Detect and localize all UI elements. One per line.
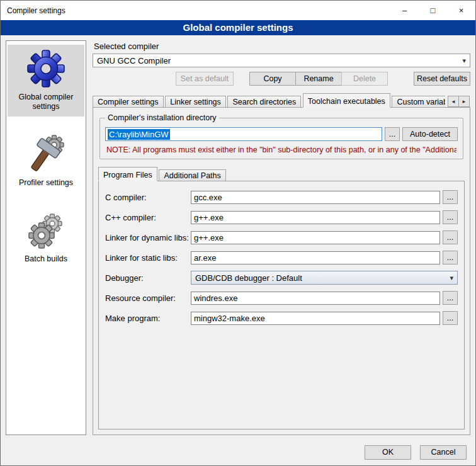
page-title: Global compiler settings: [1, 20, 475, 35]
tab-toolchain-executables[interactable]: Toolchain executables: [303, 93, 390, 108]
debugger-label: Debugger:: [105, 273, 191, 283]
maximize-button[interactable]: □: [419, 1, 447, 20]
ok-button[interactable]: OK: [365, 445, 411, 460]
subtab-program-files[interactable]: Program Files: [98, 167, 157, 181]
installation-directory-value: C:\raylib\MinGW: [108, 129, 170, 140]
titlebar: Compiler settings – □ ×: [1, 1, 475, 20]
sidebar-item-profiler-settings[interactable]: Profiler settings: [8, 130, 84, 193]
tab-custom-variables[interactable]: Custom variables: [392, 96, 445, 108]
reset-defaults-button[interactable]: Reset defaults: [414, 72, 470, 86]
copy-button[interactable]: Copy: [249, 72, 296, 86]
chevron-down-icon: ▾: [450, 274, 453, 282]
installation-directory-group: Compiler's installation directory C:\ray…: [99, 118, 463, 159]
debugger-value: GDB/CDB debugger : Default: [195, 273, 302, 283]
cancel-button[interactable]: Cancel: [420, 445, 467, 460]
tab-search-directories[interactable]: Search directories: [227, 96, 301, 108]
tab-scroll-left-icon[interactable]: ◄: [448, 96, 459, 107]
batch-gears-icon: [26, 210, 66, 251]
dynamic-linker-browse-button[interactable]: ...: [443, 230, 458, 244]
field-row-debugger: Debugger: GDB/CDB debugger : Default ▾: [105, 271, 458, 285]
installation-note: NOTE: All programs must exist either in …: [106, 145, 456, 154]
close-button[interactable]: ×: [447, 1, 475, 20]
make-program-label: Make program:: [105, 314, 191, 323]
static-linker-browse-button[interactable]: ...: [443, 251, 458, 264]
field-row-make-program: Make program: ...: [105, 311, 458, 325]
debugger-dropdown[interactable]: GDB/CDB debugger : Default ▾: [191, 271, 458, 285]
main-area: Global compiler settings: [1, 35, 475, 439]
resource-compiler-browse-button[interactable]: ...: [443, 291, 458, 305]
installation-directory-input[interactable]: C:\raylib\MinGW: [105, 127, 382, 141]
compiler-settings-window: Compiler settings – □ × Global compiler …: [0, 0, 476, 466]
cpp-compiler-input[interactable]: [191, 211, 440, 224]
program-files-tabstrip: Program Files Additional Paths: [98, 167, 465, 181]
make-program-browse-button[interactable]: ...: [443, 311, 458, 325]
field-row-resource-compiler: Resource compiler: ...: [105, 291, 458, 305]
tab-scroll-right-icon[interactable]: ►: [458, 96, 470, 107]
installation-directory-title: Compiler's installation directory: [105, 113, 219, 122]
program-files-panel: C compiler: ... C++ compiler: ...: [98, 181, 465, 429]
sidebar-item-batch-builds[interactable]: Batch builds: [8, 207, 84, 269]
dynamic-linker-label: Linker for dynamic libs:: [105, 233, 191, 242]
field-row-cpp-compiler: C++ compiler: ...: [105, 210, 458, 224]
field-row-dynamic-linker: Linker for dynamic libs: ...: [105, 230, 458, 244]
sidebar-item-label: Profiler settings: [19, 178, 73, 187]
settings-tabstrip: Compiler settings Linker settings Search…: [93, 93, 470, 108]
rename-button[interactable]: Rename: [295, 72, 342, 86]
c-compiler-label: C compiler:: [105, 193, 191, 202]
delete-button: Delete: [341, 72, 388, 86]
c-compiler-browse-button[interactable]: ...: [443, 190, 458, 204]
toolchain-executables-panel: Compiler's installation directory C:\ray…: [93, 107, 470, 435]
sidebar-item-label: Batch builds: [25, 254, 67, 263]
compiler-actions: Set as default Copy Rename Delete Reset …: [93, 72, 470, 86]
dynamic-linker-input[interactable]: [191, 231, 440, 244]
selected-compiler-dropdown[interactable]: GNU GCC Compiler ▾: [93, 54, 470, 67]
field-row-static-linker: Linker for static libs: ...: [105, 251, 458, 264]
gear-blue-icon: [26, 48, 66, 89]
browse-directory-button[interactable]: ...: [385, 127, 400, 141]
tab-compiler-settings[interactable]: Compiler settings: [93, 96, 164, 108]
tab-linker-settings[interactable]: Linker settings: [165, 96, 226, 108]
selected-compiler-value: GNU GCC Compiler: [97, 56, 171, 65]
sidebar-item-global-compiler-settings[interactable]: Global compiler settings: [8, 45, 84, 116]
make-program-input[interactable]: [191, 312, 440, 325]
dialog-footer: OK Cancel: [1, 439, 475, 465]
selected-compiler-label: Selected compiler: [94, 42, 470, 51]
resource-compiler-label: Resource compiler:: [105, 293, 191, 303]
static-linker-input[interactable]: [191, 251, 440, 264]
resource-compiler-input[interactable]: [191, 292, 440, 305]
subtab-additional-paths[interactable]: Additional Paths: [159, 169, 225, 181]
sidebar-item-label: Global compiler settings: [19, 93, 74, 111]
cpp-compiler-browse-button[interactable]: ...: [443, 210, 458, 224]
minimize-button[interactable]: –: [390, 1, 419, 20]
chevron-down-icon: ▾: [462, 57, 466, 65]
cpp-compiler-label: C++ compiler:: [105, 213, 191, 222]
window-title: Compiler settings: [1, 6, 390, 15]
c-compiler-input[interactable]: [191, 191, 440, 204]
settings-category-list: Global compiler settings: [6, 40, 86, 435]
static-linker-label: Linker for static libs:: [105, 253, 191, 263]
field-row-c-compiler: C compiler: ...: [105, 190, 458, 204]
auto-detect-button[interactable]: Auto-detect: [402, 127, 458, 141]
profiler-hammer-icon: [26, 134, 66, 174]
set-as-default-button: Set as default: [176, 72, 234, 86]
content-panel: Selected compiler GNU GCC Compiler ▾ Set…: [93, 40, 470, 435]
